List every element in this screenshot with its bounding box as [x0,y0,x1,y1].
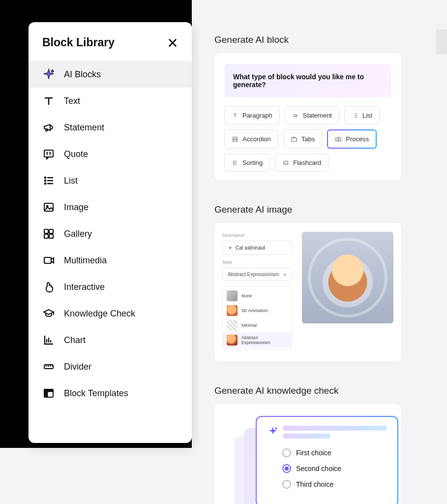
paragraph-icon [232,112,238,119]
svg-rect-6 [44,229,48,233]
chip-label: Accordion [242,135,271,143]
style-option-none[interactable]: None [223,288,292,303]
style-option-3d-animation[interactable]: 3D Animation [223,303,292,318]
kc-card-front: First choice Second choice Third choice [256,416,398,504]
kc-choice-1[interactable]: First choice [282,448,387,457]
style-option-abstract-expressionism[interactable]: Abstract Expressionism [223,333,292,347]
gallery-icon [42,227,55,240]
sidebar-item-gallery[interactable]: Gallery [29,220,192,247]
chip-label: List [362,112,372,119]
style-option-label: None [241,293,252,298]
sidebar-item-block-templates[interactable]: Block Templates [29,380,192,407]
chip-sorting[interactable]: Sorting [224,154,270,172]
megaphone-icon [42,121,55,134]
kc-choice-label: Second choice [296,465,341,472]
kc-choice-3[interactable]: Third choice [282,480,387,489]
sidebar-item-label: Divider [64,362,91,372]
accordion-icon [232,136,238,143]
svg-point-1 [45,177,46,178]
chip-label: Sorting [242,159,263,166]
svg-rect-8 [44,234,48,238]
sparkle-icon [42,68,55,81]
svg-rect-19 [339,137,341,141]
svg-rect-0 [44,150,53,157]
ai-image-card: Description Cat astronaut Style Abstract… [214,223,401,362]
radio-icon [282,448,291,457]
sidebar-item-text[interactable]: Text [29,88,192,114]
sidebar-item-multimedia[interactable]: Multimedia [29,247,192,274]
svg-rect-18 [336,137,338,141]
kc-choice-2[interactable]: Second choice [282,464,387,473]
style-thumb-icon [227,335,238,346]
style-options-list: None 3D Animation Minimal Abstract Expre… [222,286,292,350]
chip-flashcard[interactable]: Flashcard [275,154,328,172]
style-thumb-icon [227,290,238,301]
sidebar-item-label: Text [64,96,80,106]
sidebar-item-label: Chart [64,335,86,346]
kc-choice-label: First choice [296,449,331,457]
sidebar-item-divider[interactable]: Divider [29,353,192,380]
style-option-minimal[interactable]: Minimal [223,318,292,333]
description-input[interactable]: Cat astronaut [222,241,292,255]
radio-icon [282,480,291,489]
chip-statement[interactable]: Statement [285,106,339,125]
ai-kc-card: First choice Second choice Third choice [214,404,401,504]
svg-rect-17 [292,138,297,141]
statement-icon [292,112,299,119]
sidebar-item-label: List [64,176,78,186]
svg-rect-10 [44,257,51,263]
ruler-icon [42,360,55,373]
generated-image-preview [302,232,393,323]
tabs-icon [291,136,298,143]
svg-rect-16 [233,139,238,141]
templates-icon [42,387,55,400]
style-select[interactable]: Abstract Expressionism [222,268,292,281]
sidebar-item-label: Image [64,202,89,213]
chip-label: Flashcard [293,159,321,166]
sidebar-item-image[interactable]: Image [29,194,192,220]
sidebar-item-label: Gallery [64,229,92,239]
chip-process[interactable]: Process [327,129,377,149]
sidebar-item-label: Statement [64,123,104,133]
description-value: Cat astronaut [236,245,265,251]
description-label: Description [222,233,292,238]
sidebar-item-knowledge-check[interactable]: Knowledge Check [29,300,192,327]
kc-choice-label: Third choice [296,480,333,488]
sidebar-item-quote[interactable]: Quote [29,141,192,167]
block-library-panel: Block Library AI Blocks Text Statement [29,22,192,443]
sparkle-icon [228,246,233,251]
radio-icon [282,464,291,473]
close-icon[interactable] [167,37,178,48]
section-title-ai-image: Generate AI image [214,204,401,215]
chip-paragraph[interactable]: Paragraph [224,106,280,125]
svg-point-3 [45,183,46,184]
chevron-down-icon [283,273,287,277]
ai-block-card: What type of block would you like me to … [214,53,401,181]
sidebar-item-ai-blocks[interactable]: AI Blocks [29,61,192,88]
style-label: Style [222,260,292,265]
sidebar-item-interactive[interactable]: Interactive [29,274,192,300]
svg-rect-15 [233,137,238,139]
sidebar-item-label: Quote [64,149,88,159]
library-list: AI Blocks Text Statement Quote List [29,61,192,407]
quote-icon [42,148,55,160]
sparkle-icon [268,426,278,437]
chip-tabs[interactable]: Tabs [283,129,322,149]
list-icon [352,112,358,119]
chip-accordion[interactable]: Accordion [224,129,278,149]
chip-list[interactable]: List [344,106,380,125]
sidebar-item-chart[interactable]: Chart [29,327,192,353]
svg-rect-7 [49,229,53,233]
svg-point-2 [45,180,46,181]
sidebar-item-statement[interactable]: Statement [29,114,192,141]
chart-icon [42,334,55,346]
section-title-ai-block: Generate AI block [214,34,401,45]
image-icon [42,201,55,214]
flashcard-icon [282,159,289,166]
svg-rect-14 [44,392,48,397]
chip-label: Paragraph [242,112,272,119]
sidebar-item-list[interactable]: List [29,167,192,194]
scroll-handle[interactable] [436,30,447,54]
style-option-label: 3D Animation [241,308,268,313]
text-icon [42,94,55,107]
